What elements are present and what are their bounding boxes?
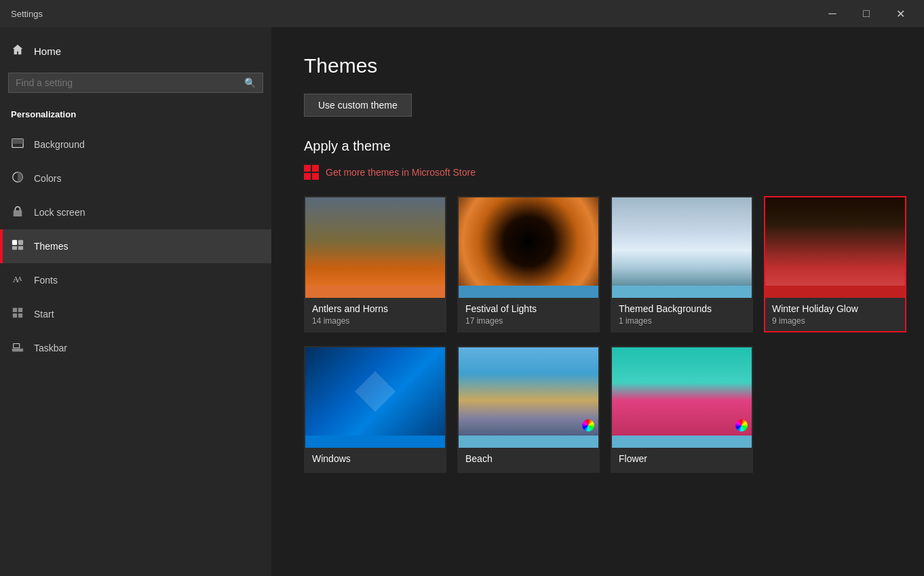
- sidebar-item-fonts[interactable]: A A Fonts: [0, 263, 271, 297]
- festival-img: [459, 197, 598, 286]
- festival-name: Festival of Lights: [465, 303, 592, 314]
- windows-bar: [305, 436, 445, 448]
- store-icon-cell-3: [304, 173, 311, 180]
- maximize-button[interactable]: □: [851, 3, 882, 24]
- theme-card-antlers[interactable]: Antlers and Horns 14 images: [304, 196, 446, 332]
- antlers-info: Antlers and Horns 14 images: [305, 298, 445, 331]
- svg-text:A: A: [18, 275, 22, 282]
- fonts-icon: A A: [11, 273, 24, 288]
- use-custom-theme-button[interactable]: Use custom theme: [304, 94, 412, 117]
- background-icon: [11, 137, 24, 152]
- window-title: Settings: [11, 9, 43, 19]
- themed-count: 1 images: [619, 316, 745, 326]
- colors-label: Colors: [34, 173, 61, 184]
- svg-rect-11: [18, 308, 22, 312]
- themed-img: [612, 197, 752, 286]
- beach-info: Beach: [459, 448, 598, 472]
- svg-rect-4: [12, 240, 17, 245]
- lockscreen-label: Lock screen: [34, 207, 85, 218]
- apply-theme-heading: Apply a theme: [304, 138, 891, 154]
- flower-name: Flower: [619, 453, 745, 464]
- sidebar-item-background[interactable]: Background: [0, 128, 271, 161]
- svg-rect-5: [18, 240, 23, 245]
- sidebar-item-taskbar[interactable]: Taskbar: [0, 331, 271, 365]
- theme-grid-row1: Antlers and Horns 14 images Festival of …: [304, 196, 891, 332]
- theme-card-festival[interactable]: Festival of Lights 17 images: [457, 196, 600, 332]
- flower-color-wheel: [735, 419, 748, 431]
- festival-count: 17 images: [465, 316, 592, 326]
- winter-name: Winter Holiday Glow: [772, 303, 898, 314]
- winter-bar: [765, 286, 905, 298]
- home-icon: [11, 43, 24, 59]
- theme-card-windows[interactable]: Windows: [304, 346, 446, 473]
- theme-card-festival-image: [459, 197, 598, 286]
- theme-card-antlers-image: [305, 197, 445, 286]
- theme-card-beach-image: [459, 347, 598, 436]
- minimize-button[interactable]: ─: [817, 3, 848, 24]
- festival-info: Festival of Lights 17 images: [459, 298, 598, 331]
- theme-grid-row2: Windows Beach: [304, 346, 891, 473]
- beach-img: [459, 347, 598, 436]
- svg-rect-13: [18, 313, 22, 318]
- windows-name: Windows: [312, 453, 438, 464]
- theme-card-themed[interactable]: Themed Backgrounds 1 images: [611, 196, 753, 332]
- store-link[interactable]: Get more themes in Microsoft Store: [304, 165, 891, 180]
- search-input[interactable]: [16, 77, 239, 88]
- svg-rect-14: [12, 349, 23, 352]
- sidebar-item-lockscreen[interactable]: Lock screen: [0, 195, 271, 229]
- festival-bar: [459, 286, 598, 298]
- content-area: Themes Use custom theme Apply a theme Ge…: [271, 27, 924, 576]
- home-label: Home: [34, 45, 61, 57]
- themed-info: Themed Backgrounds 1 images: [612, 298, 752, 331]
- theme-card-themed-image: [612, 197, 752, 286]
- sidebar: Home 🔍 Personalization Background: [0, 27, 271, 576]
- svg-rect-15: [14, 344, 20, 348]
- winter-img: [765, 197, 905, 286]
- windows-info: Windows: [305, 448, 445, 472]
- store-link-text[interactable]: Get more themes in Microsoft Store: [326, 167, 476, 178]
- beach-bar: [459, 436, 598, 448]
- svg-rect-12: [13, 313, 17, 318]
- themes-icon: [11, 239, 24, 254]
- svg-rect-7: [18, 246, 23, 250]
- taskbar-label: Taskbar: [34, 343, 67, 353]
- background-label: Background: [34, 139, 85, 150]
- sidebar-item-themes[interactable]: Themes: [0, 229, 271, 263]
- beach-name: Beach: [465, 453, 592, 464]
- sidebar-item-start[interactable]: Start: [0, 297, 271, 331]
- beach-color-wheel: [582, 419, 594, 431]
- themes-label: Themes: [34, 241, 69, 252]
- close-button[interactable]: ✕: [885, 3, 916, 24]
- winter-info: Winter Holiday Glow 9 images: [765, 298, 905, 331]
- antlers-img: [305, 197, 445, 286]
- search-icon: 🔍: [244, 77, 256, 88]
- svg-rect-10: [13, 308, 17, 312]
- taskbar-icon: [11, 341, 24, 356]
- antlers-bar: [305, 286, 445, 298]
- title-bar: Settings ─ □ ✕: [0, 0, 924, 27]
- sidebar-item-colors[interactable]: Colors: [0, 161, 271, 195]
- theme-card-winter[interactable]: Winter Holiday Glow 9 images: [764, 196, 906, 332]
- store-icon-cell-4: [312, 173, 319, 180]
- flower-bar: [612, 436, 752, 448]
- fonts-label: Fonts: [34, 275, 58, 286]
- theme-card-flower[interactable]: Flower: [611, 346, 753, 473]
- themed-bar: [612, 286, 752, 298]
- store-icon-cell-1: [304, 165, 311, 172]
- lock-icon: [11, 205, 24, 220]
- svg-rect-1: [12, 139, 23, 144]
- window-controls: ─ □ ✕: [817, 3, 916, 24]
- theme-card-flower-image: [612, 347, 752, 436]
- flower-img: [612, 347, 752, 436]
- search-box[interactable]: 🔍: [8, 73, 263, 93]
- start-icon: [11, 307, 24, 322]
- start-label: Start: [34, 309, 54, 320]
- antlers-name: Antlers and Horns: [312, 303, 438, 314]
- main-layout: Home 🔍 Personalization Background: [0, 27, 924, 576]
- windows-img: [305, 347, 445, 436]
- theme-card-beach[interactable]: Beach: [457, 346, 600, 473]
- themed-name: Themed Backgrounds: [619, 303, 745, 314]
- store-icon: [304, 165, 319, 180]
- antlers-count: 14 images: [312, 316, 438, 326]
- sidebar-item-home[interactable]: Home: [0, 35, 271, 67]
